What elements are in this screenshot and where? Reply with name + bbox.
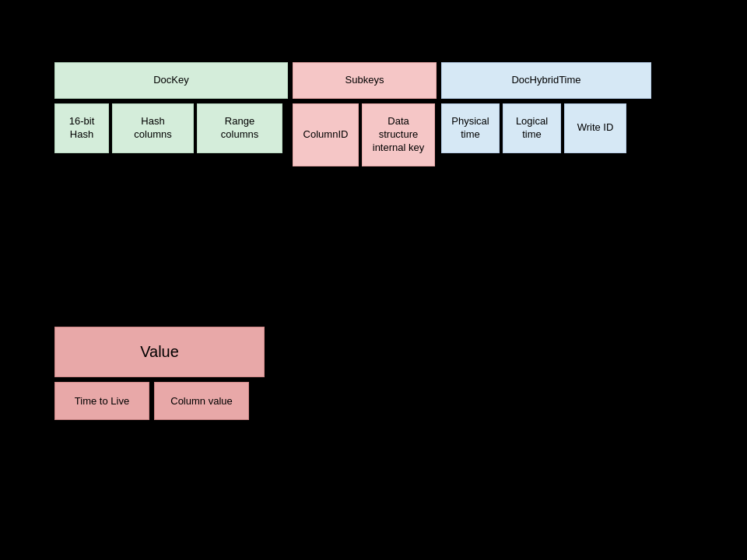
top-diagram: DocKey 16-bitHash Hashcolumns Rangecolum… xyxy=(54,62,693,166)
value-diagram: Value Time to Live Column value xyxy=(54,327,265,420)
ds-internal-key-cell: Data structureinternal key xyxy=(362,103,435,166)
column-value-cell: Column value xyxy=(154,382,249,420)
hybrid-cells: Physicaltime Logicaltime Write ID xyxy=(441,103,651,153)
physical-time-cell: Physicaltime xyxy=(441,103,500,153)
dockey-cells: 16-bitHash Hashcolumns Rangecolumns xyxy=(54,103,288,153)
value-cells: Time to Live Column value xyxy=(54,382,265,420)
subkeys-cells: ColumnID Data structureinternal key xyxy=(293,103,437,166)
dockey-header: DocKey xyxy=(54,62,288,99)
value-group: Value Time to Live Column value xyxy=(54,327,265,420)
write-id-cell: Write ID xyxy=(564,103,626,153)
time-to-live-cell: Time to Live xyxy=(54,382,149,420)
value-header: Value xyxy=(54,327,265,377)
16bit-hash-cell: 16-bitHash xyxy=(54,103,109,153)
dochybridtime-header: DocHybridTime xyxy=(441,62,651,99)
subkeys-header: Subkeys xyxy=(293,62,437,99)
subkeys-group: Subkeys ColumnID Data structureinternal … xyxy=(293,62,437,166)
dochybridtime-group: DocHybridTime Physicaltime Logicaltime W… xyxy=(441,62,651,166)
columnid-cell: ColumnID xyxy=(293,103,359,166)
logical-time-cell: Logicaltime xyxy=(503,103,561,153)
hash-columns-cell: Hashcolumns xyxy=(112,103,194,153)
dockey-group: DocKey 16-bitHash Hashcolumns Rangecolum… xyxy=(54,62,288,166)
key-structure: DocKey 16-bitHash Hashcolumns Rangecolum… xyxy=(54,62,693,166)
range-columns-cell: Rangecolumns xyxy=(197,103,282,153)
